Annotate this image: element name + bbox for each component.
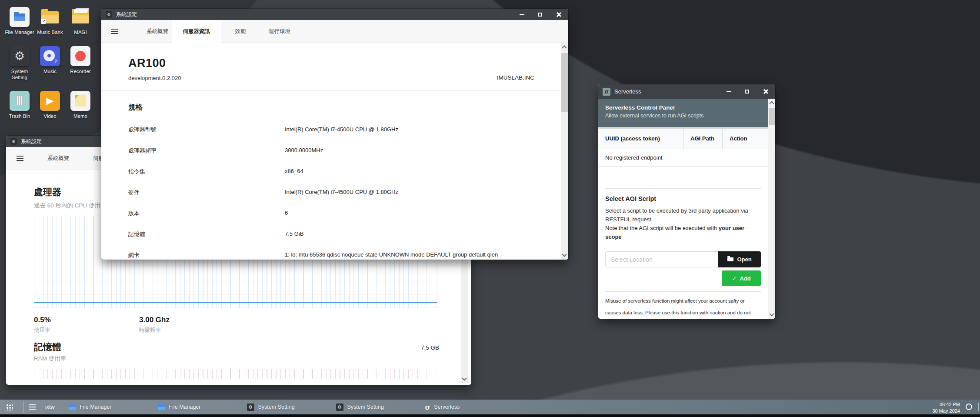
spec-value: x86_64: [285, 168, 303, 174]
taskbar-item-system-setting[interactable]: ⚙ System Setting: [247, 404, 336, 411]
panel-header: Serverless Control Panel Allow external …: [598, 99, 768, 127]
maximize-icon[interactable]: [537, 11, 543, 17]
desktop-icon-label: Memo: [65, 113, 96, 120]
folder-icon: [158, 404, 165, 410]
scroll-down-icon[interactable]: [462, 376, 467, 380]
spec-label: 網卡: [128, 251, 140, 259]
status-ring-icon[interactable]: [966, 404, 972, 410]
close-icon[interactable]: [762, 89, 768, 95]
scroll-up-icon[interactable]: [562, 45, 567, 50]
taskbar-item-label: File Manager: [169, 404, 201, 410]
desktop-icon-file-manager[interactable]: File Manager: [4, 7, 35, 36]
spec-row: 版本 6: [101, 210, 555, 218]
app-launcher-grid-icon[interactable]: [6, 404, 13, 410]
column-header-agi-path: AGI Path: [683, 129, 723, 149]
cpu-usage-value: 0.5%: [34, 316, 51, 324]
menu-icon[interactable]: [17, 156, 23, 161]
spec-value: 3000.0000MHz: [285, 147, 323, 153]
screen-bottom-strip: [0, 414, 980, 417]
clock-time: 06:42 PM: [932, 401, 960, 408]
spec-label: 版本: [128, 210, 140, 217]
desktop-icon-label: MAGI: [65, 30, 96, 36]
desktop-icon-recorder[interactable]: Recorder: [65, 46, 96, 81]
desktop-icon-memo[interactable]: Memo: [65, 91, 96, 120]
misuse-warning-text: Misuse of serverless function might affe…: [605, 295, 761, 319]
taskbar-item-serverless[interactable]: σ Serverless: [425, 404, 514, 411]
maximize-icon[interactable]: [744, 89, 750, 95]
taskbar-hostname: ixtw: [45, 404, 55, 410]
scrollbar-thumb[interactable]: [769, 108, 775, 125]
desktop-icon-magi[interactable]: MAGI: [65, 7, 96, 36]
script-location-input[interactable]: [605, 251, 718, 267]
file-manager-icon: [10, 7, 30, 27]
divider: [605, 291, 761, 292]
ram-usage-chart: [34, 369, 437, 379]
serverless-content: Serverless Control Panel Allow external …: [598, 99, 768, 319]
add-button[interactable]: ✓ Add: [722, 270, 761, 286]
ram-heading: 記憶體: [34, 341, 61, 353]
scroll-up-icon[interactable]: [769, 101, 774, 106]
folder-open-icon: [727, 257, 733, 261]
spec-value: 6: [285, 210, 288, 216]
desktop-icon-label: File Manager: [4, 30, 35, 36]
desktop-icon-label: Trash Bin: [4, 113, 35, 120]
titlebar[interactable]: σ Serverless: [598, 84, 775, 99]
scroll-down-icon[interactable]: [769, 311, 774, 316]
scrollbar-thumb[interactable]: [561, 53, 568, 112]
window-system-setting-server-info: ⚙ 系統設定 系統概覽 伺服器資訊 效能 運行環境 AR100 developm…: [101, 9, 568, 260]
hostname: AR100: [128, 57, 166, 70]
tab-system-overview[interactable]: 系統概覽: [37, 147, 80, 170]
table-empty-row: No registered endpoint: [598, 149, 768, 167]
scroll-down-icon[interactable]: [562, 252, 567, 257]
gear-icon: ⚙: [106, 11, 112, 18]
desktop-icon-music-bank[interactable]: ↗ Music Bank: [35, 7, 65, 36]
desktop-icon-system-setting[interactable]: ⚙ System Setting: [4, 46, 35, 81]
open-button[interactable]: Open: [718, 251, 761, 267]
window-controls: [519, 11, 564, 17]
desktop-icon-label: Video: [35, 113, 65, 120]
check-icon: ✓: [732, 275, 737, 282]
spec-row: 硬件 Intel(R) Core(TM) i7-4500U CPU @ 1.80…: [101, 189, 555, 197]
show-desktop-edge[interactable]: [978, 403, 979, 411]
gear-icon: ⚙: [247, 404, 254, 411]
taskbar-item-label: System Setting: [258, 404, 295, 410]
desktop-icon-video[interactable]: ▶ Video: [35, 91, 65, 120]
tab-performance[interactable]: 效能: [227, 20, 253, 43]
taskbar-divider: [23, 401, 23, 413]
record-icon: [70, 46, 90, 66]
spec-row: 處理器型號 Intel(R) Core(TM) i7-4500U CPU @ 1…: [101, 126, 555, 135]
panel-title: Serverless Control Panel: [605, 104, 761, 111]
clock-date: 30 May 2024: [932, 408, 960, 414]
tab-system-overview[interactable]: 系統概覽: [143, 20, 172, 43]
taskbar-menu-icon[interactable]: [29, 404, 36, 410]
spec-value: 1: lo: mtu 65536 qdisc noqueue state UNK…: [285, 251, 498, 258]
gear-icon: ⚙: [336, 404, 343, 411]
spec-label: 指令集: [128, 168, 145, 176]
server-info-panel: AR100 development.0.2.020 IMUSLAB.INC 規格…: [101, 43, 568, 260]
close-icon[interactable]: [555, 11, 561, 17]
scrollbar-vertical[interactable]: [768, 99, 775, 319]
minimize-icon[interactable]: [726, 89, 732, 95]
taskbar-item-label: System Setting: [347, 404, 384, 410]
music-disc-icon: ♪: [40, 46, 60, 66]
select-agi-heading: Select AGI Script: [605, 195, 656, 202]
desktop-icon-trash-bin[interactable]: Trash Bin: [4, 91, 35, 120]
scrollbar-vertical[interactable]: [561, 43, 568, 260]
serverless-sigma-icon: σ: [603, 88, 610, 96]
cpu-clock-value: 3.00 Ghz: [139, 316, 170, 324]
desktop-icon-music[interactable]: ♪ Music: [35, 46, 65, 81]
taskbar-item-file-manager[interactable]: File Manager: [69, 404, 158, 410]
titlebar[interactable]: ⚙ 系統設定: [101, 9, 568, 20]
taskbar-clock[interactable]: 06:42 PM 30 May 2024: [932, 401, 960, 414]
desktop: { "desktop": { "icons": [ {"label": "Fil…: [0, 0, 980, 417]
trash-icon: [10, 91, 30, 111]
tab-runtime[interactable]: 運行環境: [258, 20, 301, 43]
gear-icon: ⚙: [10, 46, 30, 66]
folder-icon: [69, 404, 76, 410]
minimize-icon[interactable]: [519, 11, 525, 17]
menu-icon[interactable]: [111, 29, 118, 34]
host-version: development.0.2.020: [128, 75, 181, 81]
tab-server-info[interactable]: 伺服器資訊: [172, 20, 221, 43]
taskbar-item-system-setting-2[interactable]: ⚙ System Setting: [336, 404, 425, 411]
taskbar-item-file-manager-2[interactable]: File Manager: [158, 404, 247, 410]
